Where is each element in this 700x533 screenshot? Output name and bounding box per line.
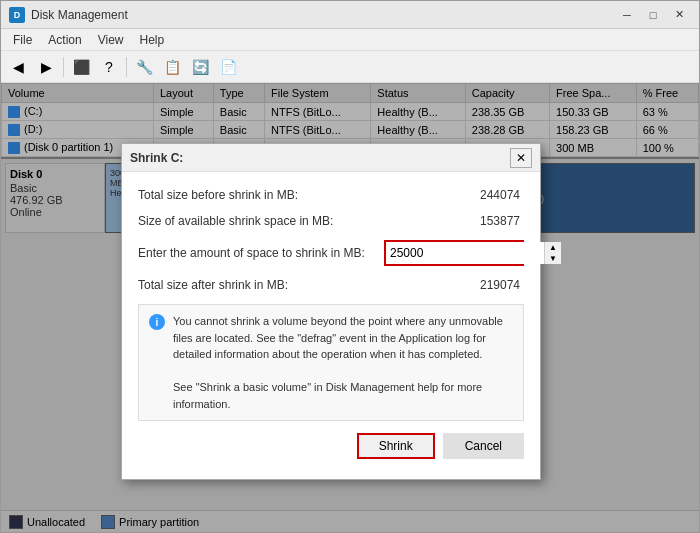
menu-view[interactable]: View — [90, 29, 132, 50]
dialog-value-4: 219074 — [384, 278, 524, 292]
app-icon: D — [9, 7, 25, 23]
dialog-row-1: Total size before shrink in MB: 244074 — [138, 188, 524, 202]
toolbar-sep-2 — [126, 57, 127, 77]
menu-action[interactable]: Action — [40, 29, 89, 50]
close-button[interactable]: ✕ — [667, 5, 691, 25]
toolbar-btn-5[interactable]: 🔧 — [131, 54, 157, 80]
help-button[interactable]: ? — [96, 54, 122, 80]
menu-file[interactable]: File — [5, 29, 40, 50]
shrink-button[interactable]: Shrink — [357, 433, 435, 459]
dialog-label-3: Enter the amount of space to shrink in M… — [138, 246, 384, 260]
shrink-amount-input[interactable] — [386, 242, 544, 264]
dialog-buttons: Shrink Cancel — [138, 433, 524, 463]
toolbar-btn-3[interactable]: ⬛ — [68, 54, 94, 80]
dialog-label-1: Total size before shrink in MB: — [138, 188, 384, 202]
dialog-row-4: Total size after shrink in MB: 219074 — [138, 278, 524, 292]
toolbar-btn-6[interactable]: 📋 — [159, 54, 185, 80]
toolbar: ◀ ▶ ⬛ ? 🔧 📋 🔄 📄 — [1, 51, 699, 83]
modal-overlay: Shrink C: ✕ Total size before shrink in … — [1, 83, 699, 532]
dialog-value-1: 244074 — [384, 188, 524, 202]
dialog-info-box: i You cannot shrink a volume beyond the … — [138, 304, 524, 421]
dialog-row-2: Size of available shrink space in MB: 15… — [138, 214, 524, 228]
toolbar-btn-8[interactable]: 📄 — [215, 54, 241, 80]
minimize-button[interactable]: ─ — [615, 5, 639, 25]
spinner-buttons: ▲ ▼ — [544, 242, 561, 264]
forward-button[interactable]: ▶ — [33, 54, 59, 80]
dialog-title-bar: Shrink C: ✕ — [122, 144, 540, 172]
dialog-body: Total size before shrink in MB: 244074 S… — [122, 172, 540, 479]
main-content: Volume Layout Type File System Status Ca… — [1, 83, 699, 532]
toolbar-sep-1 — [63, 57, 64, 77]
maximize-button[interactable]: □ — [641, 5, 665, 25]
shrink-dialog: Shrink C: ✕ Total size before shrink in … — [121, 143, 541, 480]
dialog-label-2: Size of available shrink space in MB: — [138, 214, 384, 228]
menu-bar: File Action View Help — [1, 29, 699, 51]
back-button[interactable]: ◀ — [5, 54, 31, 80]
dialog-title: Shrink C: — [130, 151, 510, 165]
window-title: Disk Management — [31, 8, 615, 22]
menu-help[interactable]: Help — [132, 29, 173, 50]
dialog-label-4: Total size after shrink in MB: — [138, 278, 384, 292]
title-bar: D Disk Management ─ □ ✕ — [1, 1, 699, 29]
dialog-row-3: Enter the amount of space to shrink in M… — [138, 240, 524, 266]
info-icon: i — [149, 314, 165, 330]
disk-management-window: D Disk Management ─ □ ✕ File Action View… — [0, 0, 700, 533]
title-bar-buttons: ─ □ ✕ — [615, 5, 691, 25]
dialog-info-text: You cannot shrink a volume beyond the po… — [173, 313, 513, 412]
cancel-button[interactable]: Cancel — [443, 433, 524, 459]
refresh-button[interactable]: 🔄 — [187, 54, 213, 80]
dialog-value-2: 153877 — [384, 214, 524, 228]
spinner-up[interactable]: ▲ — [545, 242, 561, 253]
shrink-amount-container: ▲ ▼ — [384, 240, 524, 266]
dialog-close-button[interactable]: ✕ — [510, 148, 532, 168]
spinner-down[interactable]: ▼ — [545, 253, 561, 264]
